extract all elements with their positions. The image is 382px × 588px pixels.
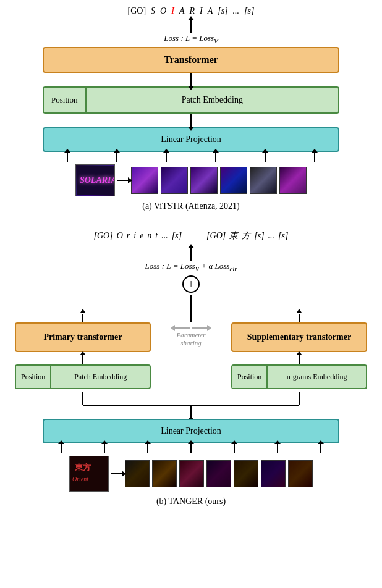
linear-proj-box-a: Linear Projection (43, 127, 339, 152)
source-image-svg-a: SOLARIA (77, 166, 114, 195)
section-a: [GO] S O I A R I A [s] ... [s] Loss : L … (0, 6, 382, 219)
token-o-a: O (160, 6, 166, 16)
token-r-a: R (189, 6, 195, 16)
token-s2-right-b: [s] (278, 231, 288, 241)
arrows-patches-b (40, 443, 342, 453)
caption-b: (b) TANGER (ours) (156, 497, 226, 506)
token-dots-a: ... (233, 6, 240, 16)
param-arrow-left (174, 327, 190, 329)
token-n-b: n (147, 231, 151, 241)
position-label-left-b: Position (16, 366, 51, 388)
svg-text:SOLARIA: SOLARIA (80, 175, 114, 185)
token-i-red-a: I (171, 6, 174, 16)
patch-b-2 (152, 460, 177, 487)
source-image-b: 東方 Orient (69, 456, 109, 492)
linear-proj-label-b: Linear Projection (161, 426, 221, 435)
patch-arrow-1-b (61, 443, 62, 453)
token-dots-left-b: ... (161, 231, 168, 241)
position-label-right-b: Position (232, 366, 268, 388)
diagram-container: [GO] S O I A R I A [s] ... [s] Loss : L … (0, 0, 382, 520)
primary-transformer-label-b: Primary transformer (43, 332, 122, 342)
arrow-from-transformer-a (190, 73, 192, 86)
loss-label-b: Loss : L = LossV + α Lossclr (145, 261, 237, 272)
arrow-from-patch-a (190, 114, 192, 127)
token-o-b: O (117, 231, 123, 241)
dual-transformer-row-b: Primary transformer Parameter sharing Su… (15, 322, 367, 352)
token-go-right-b: [GO] (206, 231, 226, 241)
patch-b-6 (261, 460, 286, 487)
token-e-b: e (140, 231, 143, 241)
right-embed-arrow-b (299, 355, 300, 364)
token-s-a: S (151, 6, 155, 16)
patch-arrow-4-a (215, 152, 216, 162)
patch-arrow-2-a (116, 152, 117, 162)
patch-b-3 (179, 460, 204, 487)
patch-b-1 (125, 460, 150, 487)
token-row-a: [GO] S O I A R I A [s] ... [s] (128, 6, 255, 16)
param-sharing-label-b: Parameter sharing (176, 331, 205, 347)
token-a2-a: A (208, 6, 213, 16)
patch-arrow-3-a (166, 152, 167, 162)
svg-text:Orient: Orient (72, 476, 88, 482)
patches-row-b: 東方 Orient (69, 456, 313, 492)
patch-2-a (161, 167, 188, 194)
patch-arrow-5-b (234, 443, 235, 453)
plus-circle-b: + (182, 275, 200, 293)
param-arrow-right (192, 327, 208, 329)
token-cn1-b: 東 (229, 230, 238, 242)
transformer-box-a: Transformer (43, 47, 339, 73)
dual-embedding-row-b: Position Patch Embedding Position n-gram… (15, 364, 367, 389)
loss-label-a: Loss : L = LossV (164, 33, 218, 44)
svg-marker-5 (80, 309, 85, 313)
patch-arrow-7-b (320, 443, 321, 453)
img-to-patches-arrow-a (117, 180, 129, 181)
token-r-b: r (127, 231, 130, 241)
patch-5-a (250, 167, 277, 194)
supplementary-transformer-box-b: Supplementary transformer (231, 322, 367, 352)
token-group-right-b: [GO] 東 方 [s] ... [s] (206, 230, 288, 242)
lower-connector-b (15, 392, 367, 419)
lower-connector-svg (15, 392, 367, 419)
patch-arrow-3-b (147, 443, 148, 453)
arrow-to-plus-b (190, 248, 192, 261)
left-embed-arrow-b (82, 355, 83, 364)
svg-marker-12 (189, 418, 193, 419)
ngrams-embedding-box-b: Position n-grams Embedding (231, 364, 367, 389)
token-group-left-b: [GO] O r i e n t ... [s] (94, 230, 182, 242)
token-s-left-b: [s] (172, 231, 182, 241)
embed-to-transformer-arrows (15, 355, 367, 364)
token-i-b: i (134, 231, 136, 241)
token-s-bracket2-a: [s] (244, 6, 254, 16)
patch-embedding-label-a: Patch Embedding (87, 88, 338, 112)
patch-b-7 (288, 460, 313, 487)
transformer-label-a: Transformer (164, 54, 218, 65)
source-image-a: SOLARIA (75, 164, 115, 196)
patch-arrow-5-a (265, 152, 266, 162)
patch-embedding-box-b: Position Patch Embedding (15, 364, 151, 389)
token-go-a: [GO] (128, 6, 146, 16)
token-s-right-b: [s] (254, 231, 264, 241)
token-dots-right-b: ... (268, 231, 275, 241)
dual-token-row-b: [GO] O r i e n t ... [s] [GO] 東 方 [s] ..… (94, 230, 289, 242)
patch-3-a (190, 167, 218, 194)
param-sharing-b: Parameter sharing (174, 327, 208, 347)
caption-a: (a) ViTSTR (Atienza, 2021) (142, 201, 240, 211)
token-i2-a: I (200, 6, 203, 16)
param-sharing-arrows (174, 327, 208, 329)
patch-6-a (279, 167, 307, 194)
patch-arrow-6-a (314, 152, 315, 162)
patch-arrow-4-b (190, 443, 192, 453)
position-label-a: Position (44, 88, 87, 112)
token-s-bracket-a: [s] (218, 6, 227, 16)
patch-arrow-1-a (67, 152, 68, 162)
source-image-svg-b: 東方 Orient (70, 456, 108, 491)
svg-text:東方: 東方 (75, 463, 91, 472)
ngrams-embedding-label-b: n-grams Embedding (268, 366, 366, 388)
patch-embedding-box-a: Position Patch Embedding (43, 86, 339, 114)
svg-rect-13 (70, 456, 108, 491)
upper-connector-b (15, 295, 367, 322)
patch-arrow-6-b (277, 443, 278, 453)
patch-b-5 (234, 460, 258, 487)
section-b: [GO] O r i e n t ... [s] [GO] 東 方 [s] ..… (0, 230, 382, 514)
section-divider (19, 225, 363, 225)
